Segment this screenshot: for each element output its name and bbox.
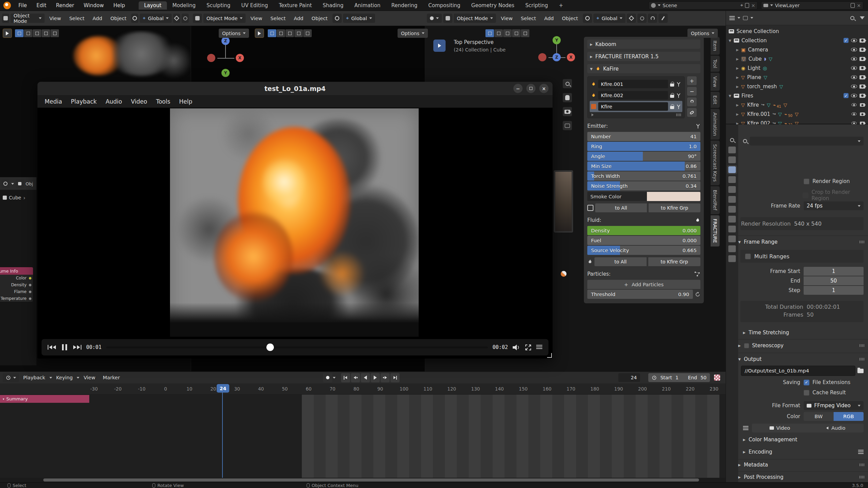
outliner-display-mode-icon[interactable]: [729, 16, 735, 20]
search-icon[interactable]: [850, 16, 854, 20]
outliner-row-kfire[interactable]: ▸▽ Kfire ↪ ▽ ⌁41 ▽: [729, 100, 868, 109]
pause-icon[interactable]: [62, 344, 67, 350]
eye-icon[interactable]: [851, 112, 856, 116]
playhead[interactable]: [222, 392, 223, 478]
tab-render-icon[interactable]: [728, 156, 736, 163]
tab-modifiers-icon[interactable]: [728, 216, 736, 223]
select-intersect-icon[interactable]: [50, 29, 59, 37]
stereoscopy-section[interactable]: ▸Stereoscopy: [738, 342, 868, 349]
tab-view[interactable]: View: [711, 73, 720, 91]
vp1-mode-dropdown[interactable]: Object Mode: [11, 14, 45, 23]
select-extend-icon[interactable]: [494, 29, 503, 37]
select-subtract-icon[interactable]: [503, 29, 512, 37]
vp3-menu-object[interactable]: Object: [559, 16, 582, 21]
multi-ranges-checkbox[interactable]: [745, 254, 751, 259]
color-bw-button[interactable]: BW: [804, 412, 834, 421]
eye-icon[interactable]: [851, 85, 857, 88]
vp1-select-mode-buttons[interactable]: [15, 29, 59, 37]
video-button[interactable]: Video: [752, 424, 808, 432]
camera-render-icon[interactable]: [859, 48, 865, 52]
color-rgb-button[interactable]: RGB: [834, 412, 864, 421]
camera-render-icon[interactable]: [859, 39, 865, 43]
timeline-menu-view[interactable]: View: [80, 375, 98, 380]
slider-torch-width[interactable]: Torch Width0.761: [587, 171, 700, 181]
slider-ring[interactable]: Ring1.0: [587, 142, 700, 151]
workspace-tab-modeling[interactable]: Modeling: [167, 1, 201, 10]
editor-type-icon[interactable]: [1, 180, 10, 188]
tab-animation[interactable]: Animation: [711, 109, 720, 140]
smoke-color-swatch[interactable]: [647, 192, 700, 201]
vp2-menu-add[interactable]: Add: [291, 16, 307, 21]
list-icon[interactable]: [743, 426, 748, 430]
player-menu-help[interactable]: Help: [175, 98, 197, 105]
shading-mode-icon[interactable]: [332, 14, 342, 23]
eye-icon[interactable]: [851, 94, 857, 97]
slider-noise-strength[interactable]: Noise Strength0.34: [587, 181, 700, 190]
file-format-dropdown[interactable]: FFmpeg Video: [804, 401, 864, 410]
filter-funnel-icon[interactable]: [860, 16, 865, 19]
step-field[interactable]: 1: [804, 286, 864, 295]
vp2-select-mode-buttons[interactable]: [268, 29, 312, 37]
snap-icon[interactable]: [627, 14, 636, 23]
select-box-icon[interactable]: [485, 29, 494, 37]
vp2-options-button[interactable]: Options: [398, 29, 428, 38]
slider-fuel[interactable]: Fuel0.000: [587, 236, 700, 245]
new-scene-icon[interactable]: [745, 3, 749, 8]
workspace-tab-uv-editing[interactable]: UV Editing: [236, 1, 273, 10]
menu-file[interactable]: File: [14, 2, 32, 9]
timeline-menu-keying[interactable]: Keying: [53, 375, 76, 380]
eye-icon[interactable]: [851, 66, 857, 70]
workspace-tab-layout[interactable]: Layout: [139, 1, 167, 10]
file-extensions-checkbox[interactable]: ✓: [804, 380, 809, 385]
maximize-icon[interactable]: [526, 84, 536, 93]
previous-media-icon[interactable]: [48, 345, 56, 350]
encoding-section[interactable]: ▸Encoding: [738, 449, 868, 455]
eye-icon[interactable]: [851, 57, 857, 61]
seek-bar[interactable]: [106, 347, 488, 348]
play-button[interactable]: [371, 373, 380, 382]
window-titlebar[interactable]: test_Lo_01a.mp4 − ×: [37, 82, 553, 95]
folder-icon[interactable]: [857, 369, 864, 373]
fullscreen-icon[interactable]: [525, 344, 531, 351]
object-icon[interactable]: [16, 180, 24, 188]
close-icon[interactable]: ×: [539, 84, 548, 93]
vp2-menu-object[interactable]: Object: [308, 16, 331, 21]
frame-rate-dropdown[interactable]: 24 fps: [804, 201, 864, 210]
section-kaboom[interactable]: ▸Kaboom: [587, 40, 700, 49]
playlist-icon[interactable]: [536, 345, 542, 350]
select-invert-icon[interactable]: [42, 29, 50, 37]
vp1-menu-view[interactable]: View: [46, 16, 64, 21]
menu-edit[interactable]: Edit: [32, 2, 51, 9]
tab-constraints-icon[interactable]: [728, 245, 736, 252]
eye-icon[interactable]: [851, 75, 857, 79]
view-layer-selector[interactable]: ViewLayer ×: [761, 1, 863, 10]
prev-keyframe-button[interactable]: [351, 373, 360, 382]
workspace-tab-scripting[interactable]: Scripting: [520, 1, 554, 10]
select-box-icon[interactable]: [15, 29, 24, 37]
zoom-icon[interactable]: [563, 79, 572, 88]
outliner-row-scene-collection[interactable]: Scene Collection: [729, 27, 868, 36]
player-menu-media[interactable]: Media: [40, 98, 66, 105]
shading-mode-icon[interactable]: [131, 14, 138, 23]
vp3-navigation-gizmo[interactable]: Y Z X: [538, 36, 576, 77]
timeline-tracks[interactable]: ▾Summary: [0, 395, 726, 478]
gizmo-x-axis[interactable]: X: [236, 54, 244, 62]
summary-channel[interactable]: ▾Summary: [0, 395, 89, 403]
tab-fracture[interactable]: FRACTURE: [711, 215, 720, 247]
metadata-section[interactable]: ▸Metadata: [738, 462, 868, 468]
duplicate-user-button[interactable]: [687, 97, 697, 106]
minimize-icon[interactable]: −: [513, 84, 523, 93]
add-workspace-button[interactable]: +: [554, 1, 569, 10]
menu-render[interactable]: Render: [51, 2, 79, 9]
vp3-options-button[interactable]: Options: [687, 29, 718, 38]
tab-world-icon[interactable]: [728, 196, 736, 203]
vp1-menu-add[interactable]: Add: [89, 16, 106, 21]
camera-render-icon[interactable]: [859, 85, 865, 89]
editor-type-icon[interactable]: [193, 14, 202, 23]
time-stretching-section[interactable]: ▸Time Stretching: [738, 330, 868, 336]
vp1-options-button[interactable]: Options: [219, 29, 249, 38]
current-frame-badge[interactable]: 24: [217, 384, 229, 393]
viewport-play-icon[interactable]: [433, 40, 446, 52]
tab-physics-icon[interactable]: [728, 235, 736, 242]
list-item-kfire-002[interactable]: Kfire.002: [590, 90, 682, 101]
